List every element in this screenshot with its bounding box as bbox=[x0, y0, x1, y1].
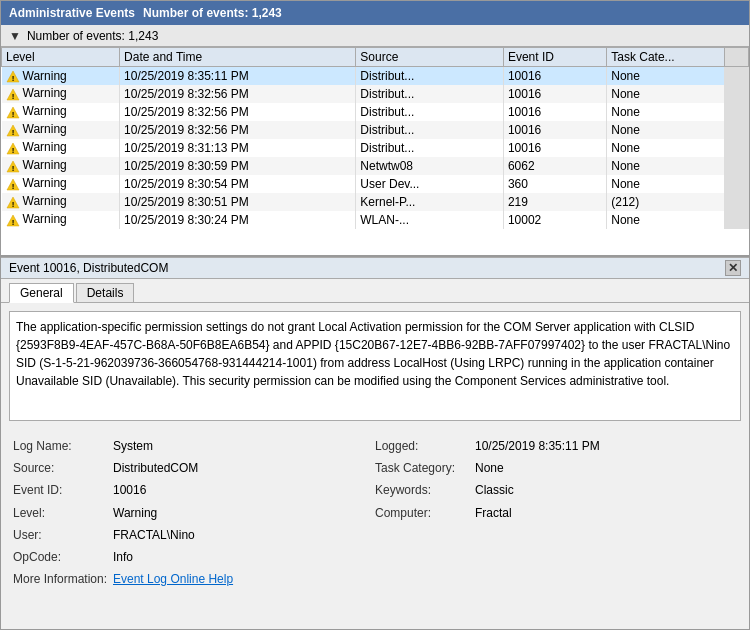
cell-value: (212) bbox=[607, 193, 725, 211]
event-message-box: The application-specific permission sett… bbox=[9, 311, 741, 421]
header-title: Administrative Events bbox=[9, 6, 135, 20]
label-computer: Computer: bbox=[375, 504, 475, 523]
tabs-bar: General Details bbox=[1, 279, 749, 303]
col-header-level[interactable]: Level bbox=[2, 48, 120, 67]
detail-row-logname: Log Name: System bbox=[13, 437, 375, 456]
cell-value: 10/25/2019 8:30:24 PM bbox=[120, 211, 356, 229]
detail-right-col: Logged: 10/25/2019 8:35:11 PM Task Categ… bbox=[375, 437, 737, 589]
table-row[interactable]: !Warning10/25/2019 8:30:24 PMWLAN-...100… bbox=[2, 211, 749, 229]
table-row[interactable]: !Warning10/25/2019 8:30:54 PMUser Dev...… bbox=[2, 175, 749, 193]
cell-value: None bbox=[607, 211, 725, 229]
svg-text:!: ! bbox=[11, 74, 14, 83]
table-row[interactable]: !Warning10/25/2019 8:32:56 PMDistribut..… bbox=[2, 85, 749, 103]
cell-scroll bbox=[725, 139, 749, 157]
label-logged: Logged: bbox=[375, 437, 475, 456]
value-moreinfo-link[interactable]: Event Log Online Help bbox=[113, 570, 233, 589]
col-header-date[interactable]: Date and Time bbox=[120, 48, 356, 67]
cell-value: None bbox=[607, 85, 725, 103]
col-header-eventid[interactable]: Event ID bbox=[503, 48, 606, 67]
svg-text:!: ! bbox=[11, 110, 14, 119]
value-taskcategory: None bbox=[475, 459, 504, 478]
col-scroll bbox=[725, 48, 749, 67]
label-taskcategory: Task Category: bbox=[375, 459, 475, 478]
svg-text:!: ! bbox=[11, 92, 14, 101]
cell-value: 10016 bbox=[503, 103, 606, 121]
table-row[interactable]: !Warning10/25/2019 8:31:13 PMDistribut..… bbox=[2, 139, 749, 157]
cell-value: 10002 bbox=[503, 211, 606, 229]
svg-text:!: ! bbox=[11, 128, 14, 137]
detail-panel-header: Event 10016, DistributedCOM ✕ bbox=[1, 257, 749, 279]
detail-row-opcode: OpCode: Info bbox=[13, 548, 375, 567]
event-table: Level Date and Time Source Event ID Task… bbox=[1, 47, 749, 229]
col-header-source[interactable]: Source bbox=[356, 48, 504, 67]
cell-value: 10016 bbox=[503, 121, 606, 139]
cell-value: 219 bbox=[503, 193, 606, 211]
cell-value: 6062 bbox=[503, 157, 606, 175]
cell-value: WLAN-... bbox=[356, 211, 504, 229]
cell-value: Kernel-P... bbox=[356, 193, 504, 211]
detail-row-moreinfo: More Information: Event Log Online Help bbox=[13, 570, 375, 589]
cell-value: None bbox=[607, 175, 725, 193]
cell-level: !Warning bbox=[2, 139, 120, 157]
cell-value: Netwtw08 bbox=[356, 157, 504, 175]
cell-scroll bbox=[725, 175, 749, 193]
cell-value: None bbox=[607, 121, 725, 139]
detail-row-keywords: Keywords: Classic bbox=[375, 481, 737, 500]
col-header-task[interactable]: Task Cate... bbox=[607, 48, 725, 67]
detail-row-source: Source: DistributedCOM bbox=[13, 459, 375, 478]
filter-bar: ▼ Number of events: 1,243 bbox=[1, 25, 749, 47]
svg-text:!: ! bbox=[11, 164, 14, 173]
cell-level: !Warning bbox=[2, 193, 120, 211]
cell-value: 10/25/2019 8:30:59 PM bbox=[120, 157, 356, 175]
label-eventid: Event ID: bbox=[13, 481, 113, 500]
label-level: Level: bbox=[13, 504, 113, 523]
cell-value: None bbox=[607, 157, 725, 175]
cell-value: 10/25/2019 8:32:56 PM bbox=[120, 85, 356, 103]
cell-scroll bbox=[725, 193, 749, 211]
cell-value: Distribut... bbox=[356, 121, 504, 139]
label-keywords: Keywords: bbox=[375, 481, 475, 500]
value-logged: 10/25/2019 8:35:11 PM bbox=[475, 437, 600, 456]
cell-value: Distribut... bbox=[356, 103, 504, 121]
event-table-container[interactable]: Level Date and Time Source Event ID Task… bbox=[1, 47, 749, 257]
cell-scroll bbox=[725, 85, 749, 103]
value-computer: Fractal bbox=[475, 504, 512, 523]
cell-value: Distribut... bbox=[356, 139, 504, 157]
cell-value: 10/25/2019 8:30:54 PM bbox=[120, 175, 356, 193]
detail-row-user: User: FRACTAL\Nino bbox=[13, 526, 375, 545]
value-user: FRACTAL\Nino bbox=[113, 526, 195, 545]
event-details-section: Log Name: System Source: DistributedCOM … bbox=[1, 429, 749, 597]
main-window: Administrative Events Number of events: … bbox=[0, 0, 750, 630]
cell-level: !Warning bbox=[2, 211, 120, 229]
cell-level: !Warning bbox=[2, 67, 120, 85]
cell-value: 10/25/2019 8:31:13 PM bbox=[120, 139, 356, 157]
tab-details[interactable]: Details bbox=[76, 283, 135, 302]
table-row[interactable]: !Warning10/25/2019 8:30:59 PMNetwtw08606… bbox=[2, 157, 749, 175]
filter-icon: ▼ bbox=[9, 29, 21, 43]
table-row[interactable]: !Warning10/25/2019 8:30:51 PMKernel-P...… bbox=[2, 193, 749, 211]
table-row[interactable]: !Warning10/25/2019 8:32:56 PMDistribut..… bbox=[2, 103, 749, 121]
detail-left-col: Log Name: System Source: DistributedCOM … bbox=[13, 437, 375, 589]
table-row[interactable]: !Warning10/25/2019 8:32:56 PMDistribut..… bbox=[2, 121, 749, 139]
detail-row-logged: Logged: 10/25/2019 8:35:11 PM bbox=[375, 437, 737, 456]
cell-level: !Warning bbox=[2, 175, 120, 193]
detail-row-level: Level: Warning bbox=[13, 504, 375, 523]
event-message-text: The application-specific permission sett… bbox=[16, 320, 730, 388]
svg-text:!: ! bbox=[11, 218, 14, 227]
filter-label: Number of events: 1,243 bbox=[27, 29, 158, 43]
label-user: User: bbox=[13, 526, 113, 545]
cell-value: User Dev... bbox=[356, 175, 504, 193]
value-level: Warning bbox=[113, 504, 157, 523]
label-moreinfo: More Information: bbox=[13, 570, 113, 589]
cell-level: !Warning bbox=[2, 157, 120, 175]
table-row[interactable]: !Warning10/25/2019 8:35:11 PMDistribut..… bbox=[2, 67, 749, 85]
value-eventid: 10016 bbox=[113, 481, 146, 500]
label-logname: Log Name: bbox=[13, 437, 113, 456]
close-button[interactable]: ✕ bbox=[725, 260, 741, 276]
cell-value: 10016 bbox=[503, 139, 606, 157]
cell-level: !Warning bbox=[2, 121, 120, 139]
cell-scroll bbox=[725, 121, 749, 139]
cell-value: 10016 bbox=[503, 85, 606, 103]
detail-row-computer: Computer: Fractal bbox=[375, 504, 737, 523]
tab-general[interactable]: General bbox=[9, 283, 74, 303]
